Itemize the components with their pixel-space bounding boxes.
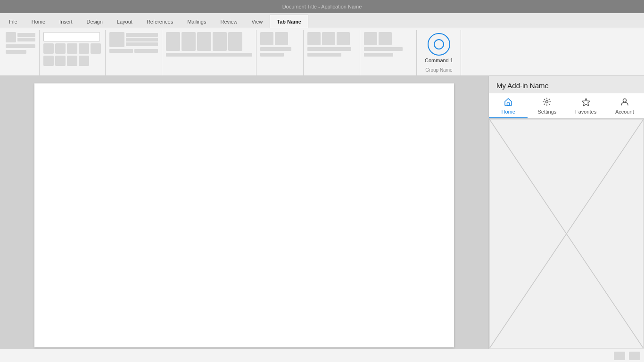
placeholder-icon (275, 32, 288, 45)
placeholder-icon (79, 56, 89, 66)
svg-point-2 (546, 101, 548, 103)
sidebar-nav-favorites-label: Favorites (575, 109, 596, 115)
tab-design[interactable]: Design (80, 15, 110, 28)
placeholder-big-icon (109, 32, 124, 47)
placeholder-gallery-item (213, 32, 227, 51)
placeholder-bar (260, 47, 291, 51)
placeholder-stack-1 (17, 33, 35, 41)
placeholder-icon (67, 56, 77, 66)
sidebar-nav-home-label: Home (501, 109, 515, 115)
placeholder-bar (166, 53, 252, 57)
account-icon (620, 97, 629, 108)
svg-point-0 (434, 40, 444, 49)
sidebar-nav: Home Settings Favorites (489, 93, 644, 119)
ribbon-group-6-row (307, 32, 356, 45)
sidebar-nav-home[interactable]: Home (489, 93, 528, 118)
ribbon-group-2-label (43, 73, 101, 74)
ribbon-group-2-row (43, 43, 101, 54)
title-bar: Document Title - Application Name (0, 0, 644, 13)
content-placeholder (489, 119, 644, 349)
ribbon-content: Command 1 Group Name (0, 28, 644, 75)
command1-icon[interactable] (428, 33, 450, 56)
ribbon-group-1-row1 (6, 32, 35, 42)
placeholder-bar (17, 33, 35, 37)
ribbon-group-6-label (307, 73, 356, 74)
placeholder-icon (79, 43, 89, 54)
tab-review[interactable]: Review (214, 15, 245, 28)
ribbon-group-command1: Command 1 Group Name (417, 30, 461, 75)
document-canvas (0, 76, 488, 349)
tab-view[interactable]: View (245, 15, 270, 28)
ribbon-tab-row: File Home Insert Design Layout Reference… (0, 13, 644, 28)
ribbon-group-2 (40, 30, 106, 75)
ribbon-group-5 (256, 30, 304, 75)
placeholder-icon (379, 32, 392, 45)
tab-file[interactable]: File (2, 15, 25, 28)
placeholder-bar (109, 49, 133, 53)
sidebar-panel: My Add-in Name Home Settin (488, 76, 644, 349)
ribbon-group-4-label (166, 73, 252, 74)
ribbon-group-3-row (109, 32, 158, 47)
ribbon-group-1-label (6, 73, 35, 74)
settings-icon (542, 97, 552, 108)
placeholder-bar (126, 33, 158, 37)
sidebar-nav-favorites[interactable]: Favorites (567, 93, 605, 118)
favorites-icon (581, 97, 591, 108)
svg-rect-1 (507, 103, 510, 106)
placeholder-bar (126, 42, 158, 46)
sidebar-content (489, 119, 644, 349)
ribbon-group-7 (360, 30, 417, 75)
placeholder-gallery-item (197, 32, 211, 51)
ribbon-group-1 (2, 30, 40, 75)
sidebar-nav-settings-label: Settings (538, 109, 557, 115)
placeholder-bar (260, 53, 284, 57)
placeholder-gallery-item (228, 32, 242, 51)
tab-layout[interactable]: Layout (110, 15, 140, 28)
sidebar-nav-settings[interactable]: Settings (528, 93, 566, 118)
placeholder-bar (6, 50, 26, 54)
ribbon-group-3-label (109, 73, 158, 74)
document-page (34, 83, 454, 347)
home-icon (504, 97, 513, 108)
tab-mailings[interactable]: Mailings (180, 15, 213, 28)
placeholder-bar (134, 49, 158, 53)
placeholder-bar (364, 47, 403, 51)
ribbon-group-2-row2 (43, 56, 101, 66)
placeholder-bar (6, 44, 35, 48)
ribbon-group-4 (162, 30, 256, 75)
command1-label: Command 1 (425, 58, 453, 63)
placeholder-bar (364, 53, 393, 57)
ribbon-group-3-row2 (109, 49, 158, 53)
status-bar (0, 349, 644, 362)
placeholder-stack (126, 33, 158, 46)
sidebar-title: My Add-in Name (489, 76, 644, 93)
ribbon-input-placeholder[interactable] (43, 32, 100, 41)
placeholder-icon (55, 56, 66, 66)
ribbon-group-4-row (166, 32, 252, 51)
placeholder-icon-1 (6, 32, 16, 42)
tab-insert[interactable]: Insert (52, 15, 80, 28)
ribbon-group-3 (106, 30, 162, 75)
placeholder-icon (260, 32, 273, 45)
placeholder-icon (43, 43, 54, 54)
ribbon-group-7-label (364, 73, 413, 74)
tab-home[interactable]: Home (25, 15, 52, 28)
placeholder-icon (67, 43, 77, 54)
status-btn-1[interactable] (614, 352, 625, 360)
tab-references[interactable]: References (140, 15, 180, 28)
sidebar-nav-account[interactable]: Account (605, 93, 644, 118)
placeholder-bar (307, 53, 341, 57)
main-area: My Add-in Name Home Settin (0, 76, 644, 349)
placeholder-gallery-item (182, 32, 196, 51)
tab-tabname[interactable]: Tab Name (270, 15, 308, 28)
placeholder-bar (307, 47, 351, 51)
ribbon-group-6 (304, 30, 360, 75)
placeholder-icon (337, 32, 350, 45)
svg-point-3 (623, 99, 626, 102)
placeholder-gallery-item (166, 32, 180, 51)
placeholder-bar (126, 38, 158, 41)
placeholder-icon (55, 43, 66, 54)
ribbon: File Home Insert Design Layout Reference… (0, 13, 644, 76)
placeholder-icon (43, 56, 54, 66)
status-btn-2[interactable] (629, 352, 640, 360)
